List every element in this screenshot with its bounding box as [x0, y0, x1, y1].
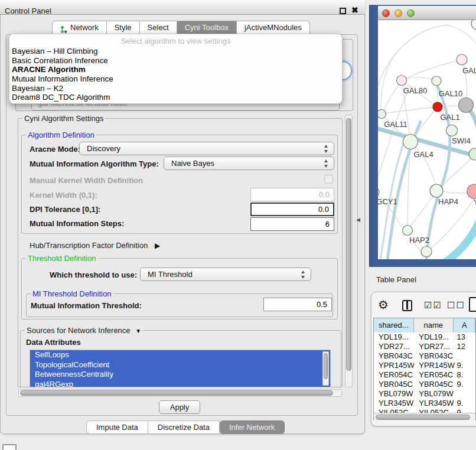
network-node[interactable] — [421, 246, 432, 257]
network-edge[interactable] — [382, 107, 438, 114]
cyni-settings-title: Cyni Algorithm Settings — [22, 114, 105, 123]
aracne-mode-value: Discovery — [87, 144, 120, 153]
network-node-y[interactable] — [467, 184, 476, 198]
close-icon[interactable]: ✖ — [351, 5, 358, 15]
network-node[interactable] — [459, 98, 474, 113]
table-row[interactable]: YDR27...YDR27...12 — [374, 342, 475, 351]
columns-icon[interactable] — [402, 300, 412, 311]
mi-algorithm-type-label: Mutual Information Algorithm Type: — [30, 159, 159, 168]
algorithm-item-aracne-algorithm[interactable]: ARACNE Algorithm — [11, 65, 341, 74]
settings-vertical-scrollbar-thumb[interactable] — [346, 118, 351, 371]
algorithm-item-mutual-information-inference[interactable]: Mutual Information Inference — [11, 74, 341, 84]
network-node[interactable] — [471, 20, 476, 30]
network-node-gal11[interactable] — [378, 110, 386, 119]
algorithm-item-basic-correlation-inference[interactable]: Basic Correlation Inference — [11, 56, 341, 66]
zoom-traffic-light-icon[interactable] — [407, 9, 415, 17]
table-row[interactable]: YBL079WYBL079W — [374, 389, 475, 399]
checked-checkboxes-icon[interactable]: ☑☑ — [424, 300, 442, 311]
tab-label: Network — [70, 21, 99, 34]
table-horizontal-scrollbar[interactable] — [374, 413, 475, 420]
attributes-scrollbar[interactable] — [322, 351, 329, 386]
column-header-a[interactable]: A — [454, 318, 475, 332]
settings-horizontal-scrollbar-thumb[interactable] — [20, 390, 333, 396]
table-cell: YBL079W — [414, 389, 454, 399]
network-edge[interactable] — [445, 219, 476, 259]
network-edge[interactable] — [402, 60, 462, 80]
network-node-hap4[interactable] — [430, 184, 443, 197]
tab-jactivemnodules[interactable]: jActiveMNodules — [237, 21, 310, 34]
network-edge[interactable] — [382, 84, 400, 114]
attributes-scrollbar-thumb[interactable] — [324, 353, 328, 379]
tab-select[interactable]: Select — [140, 21, 177, 34]
network-node-hap2[interactable] — [403, 226, 413, 236]
mi-algorithm-type-combo[interactable]: Naive Bayes — [164, 156, 334, 170]
attribute-item-selfloops[interactable]: SelfLoops — [30, 350, 330, 360]
document-icon[interactable] — [469, 297, 476, 312]
table-row[interactable]: YDL19...YDL19...13 — [374, 332, 475, 342]
network-node-swi4[interactable] — [446, 125, 458, 136]
attribute-item-gal4rgexp[interactable]: gal4RGexp — [30, 380, 330, 388]
splitter-collapse-icon[interactable]: ◀ — [356, 217, 360, 223]
network-edge[interactable] — [446, 25, 476, 46]
dpi-tolerance-field[interactable] — [250, 203, 334, 216]
network-node-gal4[interactable] — [403, 135, 418, 149]
table-row[interactable]: YER054CYER054C8. — [374, 370, 475, 380]
algorithm-item-dream8-dc-tdc-algorithm[interactable]: Dream8 DC_TDC Algorithm — [11, 93, 341, 102]
network-node-gal1[interactable] — [433, 102, 442, 112]
network-node[interactable] — [469, 148, 476, 160]
float-window-icon[interactable] — [340, 8, 346, 14]
control-panel-titlebar[interactable] — [0, 0, 365, 15]
apply-button[interactable]: Apply — [159, 400, 200, 414]
mi-threshold-field[interactable] — [263, 298, 332, 311]
node-label-gcy1: GCY1 — [378, 197, 397, 206]
bottom-tab-discretize-data[interactable]: Discretize Data — [148, 420, 220, 434]
tab-style[interactable]: Style — [107, 21, 140, 34]
data-attributes-label: Data Attributes — [26, 338, 81, 347]
network-canvas[interactable]: GALGAL80GAL10GAL1GAL11SWI4GAL4GCY1HAP4YH… — [378, 20, 476, 259]
table-row[interactable]: YBR045CYBR045C9. — [374, 380, 475, 389]
table-horizontal-scrollbar-thumb[interactable] — [376, 415, 470, 420]
table-row[interactable]: YLR345WYLR345W9. — [374, 399, 475, 408]
spinner-arrows-icon — [324, 145, 328, 153]
bottom-tab-infer-network[interactable]: Infer Network — [220, 420, 285, 434]
tab-network[interactable]: Network — [52, 21, 107, 34]
network-edge[interactable] — [410, 142, 436, 191]
hub-definition-toggle[interactable]: Hub/Transcription Factor Definition ▶ — [30, 241, 160, 250]
attribute-item-topologicalcoefficient[interactable]: TopologicalCoefficient — [30, 360, 330, 370]
close-traffic-light-icon[interactable] — [382, 9, 390, 17]
table-row[interactable]: YBR043CYBR043C — [374, 351, 475, 361]
table-row[interactable]: YPR145WYPR145W9. — [374, 361, 475, 370]
bottom-tab-impute-data[interactable]: Impute Data — [86, 420, 148, 434]
which-threshold-combo[interactable]: MI Threshold — [140, 268, 311, 281]
bottom-tabs: Impute DataDiscretize DataInfer Network — [86, 420, 285, 434]
network-window-titlebar[interactable] — [378, 6, 476, 20]
settings-horizontal-scrollbar[interactable] — [18, 389, 342, 397]
node-label-gal4: GAL4 — [413, 150, 433, 159]
network-node-gal[interactable] — [457, 54, 467, 65]
node-label-swi4: SWI4 — [452, 136, 471, 145]
algorithm-item-bayesian-k2[interactable]: Bayesian – K2 — [11, 84, 341, 93]
network-edge[interactable] — [381, 53, 396, 114]
mi-steps-field[interactable] — [250, 217, 334, 231]
aracne-mode-combo[interactable]: Discovery — [79, 142, 334, 155]
spinner-arrows-icon — [324, 159, 328, 168]
gear-icon[interactable]: ⚙ — [378, 298, 389, 312]
data-attributes-list[interactable]: SelfLoopsTopologicalCoefficientBetweenne… — [30, 350, 331, 387]
minimize-traffic-light-icon[interactable] — [395, 9, 402, 17]
sources-title-row[interactable]: Sources for Network Inference ▼ — [25, 326, 143, 335]
manual-kernel-width-checkbox[interactable] — [324, 175, 333, 184]
algorithm-item-bayesian-hill-climbing[interactable]: Bayesian – Hill Climbing — [11, 47, 341, 56]
hub-definition-label: Hub/Transcription Factor Definition — [30, 241, 148, 250]
minimized-panel-icon[interactable] — [2, 444, 17, 450]
kernel-width-field[interactable] — [250, 188, 334, 201]
node-label-hap2: HAP2 — [409, 236, 429, 244]
unchecked-checkboxes-icon[interactable]: ☐☐ — [447, 300, 465, 311]
settings-vertical-scrollbar[interactable] — [345, 115, 353, 387]
tab-cyni-toolbox[interactable]: Cyni Toolbox — [177, 21, 237, 34]
network-node-gal80[interactable] — [397, 76, 407, 86]
column-header-name[interactable]: name — [414, 318, 454, 332]
network-node-gal10[interactable] — [432, 76, 441, 86]
network-edge[interactable] — [462, 60, 467, 98]
attribute-item-betweennesscentrality[interactable]: BetweennessCentrality — [30, 370, 330, 380]
column-header-shared-[interactable]: shared... — [374, 318, 414, 332]
